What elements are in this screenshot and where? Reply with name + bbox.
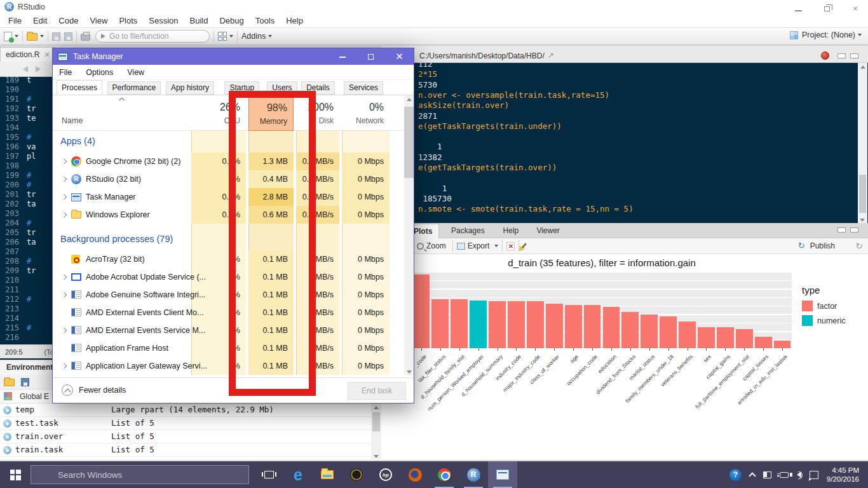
tm-menu-view[interactable]: View xyxy=(127,68,144,77)
scroll-thumb[interactable] xyxy=(372,412,380,431)
scroll-up-icon[interactable] xyxy=(374,406,379,409)
column-network[interactable]: 0%Network xyxy=(342,95,390,131)
taskbar-search-box[interactable] xyxy=(31,465,249,484)
taskbar-task-manager-button[interactable] xyxy=(488,461,517,488)
menu-tools[interactable]: Tools xyxy=(250,14,280,27)
stop-icon[interactable] xyxy=(821,51,829,60)
menu-file[interactable]: File xyxy=(3,14,27,27)
zoom-button[interactable]: Zoom xyxy=(426,241,446,250)
environment-object-row[interactable]: tempLarge rpart (14 elements, 22.9 Mb) xyxy=(0,403,371,417)
open-file-caret-icon[interactable] xyxy=(40,35,44,37)
process-row[interactable]: Application Layer Gateway Servi...0%0.1 … xyxy=(53,357,403,375)
taskbar-clock[interactable]: 4:45 PM 9/20/2016 xyxy=(827,466,862,484)
process-row[interactable]: Task Manager0.6%2.8 MB0.1 MB/s0 Mbps xyxy=(53,188,403,206)
taskbar-hp-button[interactable]: hp xyxy=(371,461,400,488)
rstudio-close-button[interactable]: × xyxy=(843,3,868,12)
process-row[interactable]: Adobe Acrobat Update Service (...0%0.1 M… xyxy=(53,268,403,286)
scroll-thumb[interactable] xyxy=(404,107,414,178)
refresh-plot-icon[interactable]: ↻ xyxy=(855,241,863,251)
tm-tab-app-history[interactable]: App history xyxy=(166,81,214,95)
menu-plots[interactable]: Plots xyxy=(113,14,143,27)
console-scrollbar[interactable] xyxy=(858,63,867,223)
tray-chevron-icon[interactable] xyxy=(750,471,755,478)
remove-plot-icon[interactable]: ✕ xyxy=(506,242,515,250)
process-row[interactable]: Windows Explorer0.1%0.6 MB0.2 MB/s0 Mbps xyxy=(53,206,403,224)
console-maximize-icon[interactable] xyxy=(850,53,858,58)
taskbar-edge-button[interactable]: e xyxy=(283,461,313,488)
tm-tab-processes[interactable]: Processes xyxy=(57,80,102,95)
export-caret-icon[interactable] xyxy=(494,245,498,247)
process-row[interactable]: RRStudio (32 bit)0%0.4 MB0.1 MB/s0 Mbps xyxy=(53,170,403,188)
process-row[interactable]: Google Chrome (32 bit) (2)0.5%1.3 MB0.5 … xyxy=(53,152,403,170)
goto-file-input[interactable] xyxy=(109,32,198,41)
env-save-icon[interactable] xyxy=(21,378,29,386)
tm-scrollbar[interactable] xyxy=(404,95,414,375)
nav-back-icon[interactable] xyxy=(23,66,28,72)
scroll-thumb[interactable] xyxy=(859,175,866,213)
tray-power-icon[interactable] xyxy=(780,472,789,478)
goto-directory-icon[interactable]: ↗ xyxy=(548,51,554,60)
process-row[interactable]: Adobe Genuine Software Integri...0%0.1 M… xyxy=(53,286,403,304)
fewer-details-button[interactable]: Fewer details xyxy=(62,384,126,396)
env-tab-environment[interactable]: Environment xyxy=(0,360,60,375)
project-selector[interactable]: Project: (None) xyxy=(790,30,862,39)
start-button[interactable] xyxy=(0,461,31,488)
print-icon[interactable] xyxy=(81,34,90,41)
addins-menu[interactable]: Addins xyxy=(241,32,266,41)
tab-help[interactable]: Help xyxy=(497,224,526,238)
environment-object-row[interactable]: train.overList of 5 xyxy=(0,430,371,444)
tm-menu-file[interactable]: File xyxy=(59,68,72,77)
tm-menu-options[interactable]: Options xyxy=(86,68,113,77)
tm-close-button[interactable]: ✕ xyxy=(385,48,414,65)
editor-tab-close-icon[interactable]: ✕ xyxy=(44,51,50,59)
publish-button[interactable]: ↻ Publish xyxy=(798,241,837,250)
console-minimize-icon[interactable] xyxy=(837,53,846,58)
process-row[interactable]: Application Frame Host0%0.1 MB0 MB/s0 Mb… xyxy=(53,339,403,357)
save-icon[interactable] xyxy=(52,32,60,41)
rstudio-minimize-button[interactable] xyxy=(785,3,811,12)
taskbar-file-explorer-button[interactable] xyxy=(313,461,342,488)
taskbar-rstudio-button[interactable]: R xyxy=(459,461,488,488)
taskbar-task-view-button[interactable] xyxy=(254,461,283,488)
menu-build[interactable]: Build xyxy=(184,14,214,27)
rstudio-restore-button[interactable] xyxy=(814,3,839,12)
scroll-up-icon[interactable] xyxy=(860,65,865,69)
console-output-area[interactable]: 1122*155730n.over <- oversample(train.ta… xyxy=(381,63,868,223)
tray-volume-icon[interactable] xyxy=(797,471,801,478)
menu-session[interactable]: Session xyxy=(143,14,184,27)
taskbar-chrome-button[interactable] xyxy=(430,461,459,488)
menu-debug[interactable]: Debug xyxy=(214,14,249,27)
environment-scrollbar[interactable] xyxy=(371,403,381,459)
process-group-header[interactable]: Background processes (79) xyxy=(53,224,403,250)
nav-forward-icon[interactable] xyxy=(36,66,41,72)
pane-layout-caret-icon[interactable] xyxy=(229,35,233,37)
new-file-icon[interactable] xyxy=(4,32,12,41)
process-row[interactable]: AMD External Events Service M...0%0.1 MB… xyxy=(53,322,403,339)
taskbar-firefox-button[interactable] xyxy=(400,461,430,488)
sort-indicator-icon[interactable]: ^ xyxy=(119,97,125,104)
export-icon[interactable] xyxy=(457,243,465,250)
plots-maximize-icon[interactable] xyxy=(850,227,858,233)
env-open-icon[interactable] xyxy=(4,379,15,386)
new-file-caret-icon[interactable] xyxy=(15,35,18,37)
expand-object-icon[interactable] xyxy=(3,406,11,414)
taskbar-media-button[interactable] xyxy=(342,461,371,488)
zoom-icon[interactable] xyxy=(417,243,424,250)
taskbar-search-input[interactable] xyxy=(31,470,209,480)
goto-file-box[interactable] xyxy=(95,30,210,43)
tab-packages[interactable]: Packages xyxy=(445,224,491,238)
menu-view[interactable]: View xyxy=(84,14,113,27)
clear-plots-broom-icon[interactable] xyxy=(522,243,527,249)
scroll-down-icon[interactable] xyxy=(407,370,412,374)
open-file-icon[interactable] xyxy=(27,33,37,41)
tab-viewer[interactable]: Viewer xyxy=(530,224,566,238)
environment-object-row[interactable]: train.taskList of 5 xyxy=(0,444,371,457)
tm-minimize-button[interactable] xyxy=(328,48,356,65)
menu-code[interactable]: Code xyxy=(53,14,84,27)
process-group-header[interactable]: Apps (4) xyxy=(53,131,403,152)
expand-object-icon[interactable] xyxy=(3,433,11,441)
process-row[interactable]: AcroTray (32 bit)0%0.1 MB0 MB/s0 Mbps xyxy=(53,250,403,268)
addins-caret-icon[interactable] xyxy=(268,35,272,37)
tm-maximize-button[interactable] xyxy=(356,48,385,65)
environment-object-row[interactable]: test.taskList of 5 xyxy=(0,417,371,430)
